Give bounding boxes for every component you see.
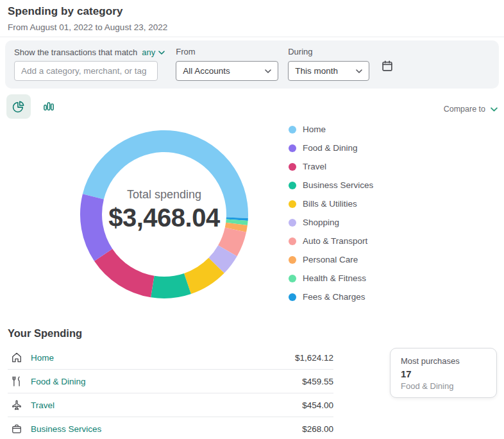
period-select[interactable]: This month bbox=[288, 61, 369, 81]
from-label: From bbox=[176, 47, 278, 58]
legend-item[interactable]: Fees & Charges bbox=[289, 288, 373, 306]
category-amount: $268.00 bbox=[302, 424, 333, 434]
card-category: Food & Dining bbox=[401, 381, 486, 391]
from-filter-group: From All Accounts bbox=[176, 47, 278, 81]
chevron-down-icon bbox=[356, 69, 362, 73]
legend-label: Personal Care bbox=[303, 255, 358, 264]
your-spending-heading: Your Spending bbox=[8, 327, 82, 340]
legend-dot bbox=[289, 237, 296, 245]
spending-row: Food & Dining$459.55 bbox=[8, 370, 333, 393]
category-link[interactable]: Home bbox=[31, 353, 54, 363]
chart-legend: HomeFood & DiningTravelBusiness Services… bbox=[289, 120, 373, 306]
legend-item[interactable]: Auto & Transport bbox=[289, 232, 373, 250]
accounts-select-value: All Accounts bbox=[183, 66, 230, 76]
legend-item[interactable]: Health & Fitness bbox=[289, 269, 373, 288]
legend-item[interactable]: Bills & Utilities bbox=[289, 194, 373, 213]
most-purchases-card: Most purchases 17 Food & Dining bbox=[390, 348, 497, 398]
legend-dot bbox=[289, 293, 296, 301]
legend-item[interactable]: Food & Dining bbox=[289, 139, 373, 157]
category-amount: $454.00 bbox=[302, 400, 333, 410]
legend-label: Fees & Charges bbox=[303, 292, 365, 302]
date-range: From August 01, 2022 to August 23, 2022 bbox=[8, 22, 167, 32]
category-link[interactable]: Travel bbox=[31, 400, 55, 410]
during-filter-group: During This month bbox=[288, 47, 369, 81]
spending-row: Travel$454.00 bbox=[8, 393, 333, 417]
legend-label: Home bbox=[303, 125, 326, 134]
calendar-icon bbox=[380, 59, 394, 73]
legend-dot bbox=[289, 256, 296, 264]
during-label: During bbox=[288, 47, 369, 58]
header-divider bbox=[0, 37, 504, 37]
chevron-down-icon bbox=[491, 107, 498, 112]
home-icon bbox=[10, 351, 23, 364]
card-count: 17 bbox=[401, 368, 486, 379]
donut-slice[interactable] bbox=[80, 194, 112, 261]
legend-label: Business Services bbox=[303, 180, 373, 190]
category-link[interactable]: Food & Dining bbox=[31, 377, 86, 386]
category-amount: $1,624.12 bbox=[295, 353, 333, 363]
page-header: Spending by category From August 01, 202… bbox=[8, 5, 167, 32]
match-label: Show the transactions that match bbox=[14, 47, 137, 57]
legend-label: Health & Fitness bbox=[303, 273, 366, 283]
calendar-button[interactable] bbox=[380, 59, 394, 73]
compare-to-dropdown[interactable]: Compare to bbox=[444, 105, 498, 114]
chevron-down-icon bbox=[265, 69, 271, 73]
bar-chart-icon bbox=[42, 99, 56, 114]
donut-slice[interactable] bbox=[94, 249, 155, 298]
utensils-icon bbox=[10, 375, 23, 388]
bar-chart-toggle[interactable] bbox=[37, 94, 61, 119]
spending-row: Home$1,624.12 bbox=[8, 346, 333, 370]
legend-label: Auto & Transport bbox=[303, 236, 367, 246]
legend-item[interactable]: Home bbox=[289, 120, 373, 139]
spending-row: Business Services$268.00 bbox=[8, 417, 333, 439]
donut-svg bbox=[74, 125, 254, 304]
legend-label: Food & Dining bbox=[303, 143, 358, 153]
match-any-dropdown[interactable]: any bbox=[142, 47, 165, 57]
plane-icon bbox=[10, 399, 23, 411]
legend-dot bbox=[289, 200, 296, 208]
pie-chart-toggle[interactable] bbox=[6, 94, 31, 119]
match-filter-group: Show the transactions that match any bbox=[14, 47, 165, 81]
category-link[interactable]: Business Services bbox=[31, 424, 101, 434]
period-select-value: This month bbox=[295, 66, 338, 76]
category-amount: $459.55 bbox=[302, 377, 333, 386]
compare-to-label: Compare to bbox=[444, 105, 485, 114]
legend-dot bbox=[289, 144, 296, 152]
legend-dot bbox=[289, 275, 296, 282]
legend-item[interactable]: Personal Care bbox=[289, 250, 373, 269]
legend-item[interactable]: Business Services bbox=[289, 176, 373, 194]
page-title: Spending by category bbox=[8, 5, 167, 18]
accounts-select[interactable]: All Accounts bbox=[176, 61, 278, 81]
card-title: Most purchases bbox=[401, 356, 486, 366]
legend-label: Travel bbox=[303, 162, 326, 171]
pie-chart-icon bbox=[12, 99, 26, 114]
spending-donut-chart: Total spending $3,468.04 bbox=[74, 125, 254, 304]
briefcase-icon bbox=[10, 422, 23, 435]
spending-by-category-page: Spending by category From August 01, 202… bbox=[0, 0, 504, 439]
chevron-down-icon bbox=[158, 51, 165, 55]
legend-dot bbox=[289, 163, 296, 171]
legend-label: Bills & Utilities bbox=[303, 199, 357, 209]
donut-slice[interactable] bbox=[83, 130, 248, 218]
legend-label: Shopping bbox=[303, 218, 339, 227]
spending-list: Home$1,624.12Food & Dining$459.55Travel$… bbox=[8, 346, 333, 439]
legend-dot bbox=[289, 182, 296, 189]
legend-item[interactable]: Travel bbox=[289, 157, 373, 176]
donut-slice[interactable] bbox=[151, 273, 191, 298]
filter-panel: Show the transactions that match any Fro… bbox=[5, 40, 499, 89]
legend-item[interactable]: Shopping bbox=[289, 213, 373, 232]
legend-dot bbox=[289, 219, 296, 227]
chart-toolbar: Compare to bbox=[6, 94, 498, 119]
category-search-input[interactable] bbox=[14, 61, 158, 81]
match-any-value: any bbox=[142, 47, 155, 57]
legend-dot bbox=[289, 126, 296, 133]
